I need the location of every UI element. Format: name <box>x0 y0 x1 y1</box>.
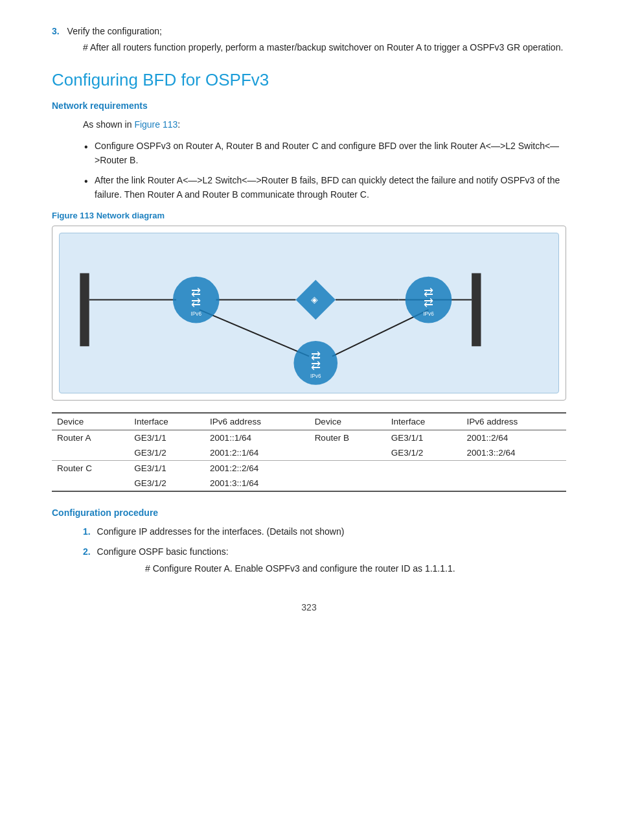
step-1-number: 1. <box>83 526 91 537</box>
cell-2-2: 2001:2::2/64 <box>205 461 310 476</box>
cell-2-1: GE3/1/1 <box>129 461 205 476</box>
svg-text:⇄: ⇄ <box>424 296 433 309</box>
col-interface-2: Interface <box>386 413 462 430</box>
section-title: Configuring BFD for OSPFv3 <box>52 70 566 90</box>
network-table: Device Interface IPv6 address Device Int… <box>52 412 566 492</box>
cell-1-2: 2001:2::1/64 <box>205 445 310 461</box>
step-text: Verify the configuration; <box>67 26 162 36</box>
cell-1-4: GE3/1/2 <box>386 445 462 461</box>
cell-3-2: 2001:3::1/64 <box>205 476 310 491</box>
cell-2-5 <box>461 461 566 476</box>
cell-3-4 <box>386 476 462 491</box>
col-device-1: Device <box>52 413 129 430</box>
step-2-indent: # Configure Router A. Enable OSPFv3 and … <box>145 561 566 576</box>
cell-0-4: GE3/1/1 <box>386 430 462 446</box>
table-row: Router A GE3/1/1 2001::1/64 Router B GE3… <box>52 430 566 446</box>
table-row: Router C GE3/1/1 2001:2::2/64 <box>52 461 566 476</box>
cell-3-1: GE3/1/2 <box>129 476 205 491</box>
cell-1-1: GE3/1/2 <box>129 445 205 461</box>
svg-text:⇄: ⇄ <box>311 358 321 372</box>
col-interface-1: Interface <box>129 413 205 430</box>
requirement-item-2: After the link Router A<—>L2 Switch<—>Ro… <box>83 173 566 202</box>
figure-intro: As shown in Figure 113: <box>83 117 566 132</box>
requirement-item-1: Configure OSPFv3 on Router A, Router B a… <box>83 139 566 168</box>
svg-text:◈: ◈ <box>311 294 318 305</box>
cell-2-3 <box>310 461 386 476</box>
cell-3-3 <box>310 476 386 491</box>
svg-line-6 <box>200 310 309 356</box>
figure-link[interactable]: Figure 113 <box>134 119 177 130</box>
svg-text:⇄: ⇄ <box>191 296 201 309</box>
cell-0-5: 2001::2/64 <box>461 430 566 446</box>
page-number: 323 <box>52 602 566 612</box>
col-ipv6-1: IPv6 address <box>205 413 310 430</box>
step-number: 3. <box>52 26 60 36</box>
col-ipv6-2: IPv6 address <box>461 413 566 430</box>
cell-0-0: Router A <box>52 430 129 446</box>
step-2-text: Configure OSPF basic functions: <box>97 546 229 557</box>
table-row: GE3/1/2 2001:3::1/64 <box>52 476 566 491</box>
network-requirements-heading: Network requirements <box>52 100 566 111</box>
cell-1-3 <box>310 445 386 461</box>
cell-2-0: Router C <box>52 461 129 476</box>
step-2-number: 2. <box>83 546 91 557</box>
step-3-intro: 3. Verify the configuration; # After all… <box>52 26 566 54</box>
svg-text:IPv6: IPv6 <box>310 374 321 380</box>
diagram-svg: ⇄ ⇄ IPv6 ◈ ⇄ ⇄ IPv6 ⇄ ⇄ IPv6 <box>60 233 558 393</box>
requirements-list: Configure OSPFv3 on Router A, Router B a… <box>83 139 566 202</box>
config-steps: 1. Configure IP addresses for the interf… <box>83 524 566 576</box>
svg-text:IPv6: IPv6 <box>423 311 434 317</box>
config-step-2: 2. Configure OSPF basic functions: # Con… <box>83 544 566 576</box>
cell-2-4 <box>386 461 462 476</box>
cell-0-3: Router B <box>310 430 386 446</box>
cell-3-0 <box>52 476 129 491</box>
cell-3-5 <box>461 476 566 491</box>
diagram-inner: ⇄ ⇄ IPv6 ◈ ⇄ ⇄ IPv6 ⇄ ⇄ IPv6 <box>59 233 559 393</box>
table-row: GE3/1/2 2001:2::1/64 GE3/1/2 2001:3::2/6… <box>52 445 566 461</box>
col-device-2: Device <box>310 413 386 430</box>
config-procedure-heading: Configuration procedure <box>52 508 566 518</box>
cell-0-1: GE3/1/1 <box>129 430 205 446</box>
svg-rect-1 <box>472 274 481 347</box>
network-diagram: ⇄ ⇄ IPv6 ◈ ⇄ ⇄ IPv6 ⇄ ⇄ IPv6 <box>52 226 566 401</box>
config-step-1: 1. Configure IP addresses for the interf… <box>83 524 566 539</box>
step-1-text: Configure IP addresses for the interface… <box>97 526 345 537</box>
figure-label: Figure 113 Network diagram <box>52 211 566 220</box>
step-indent-text: # After all routers function properly, p… <box>83 40 566 54</box>
svg-rect-0 <box>80 274 89 347</box>
cell-1-0 <box>52 445 129 461</box>
cell-0-2: 2001::1/64 <box>205 430 310 446</box>
svg-text:IPv6: IPv6 <box>191 311 202 317</box>
cell-1-5: 2001:3::2/64 <box>461 445 566 461</box>
